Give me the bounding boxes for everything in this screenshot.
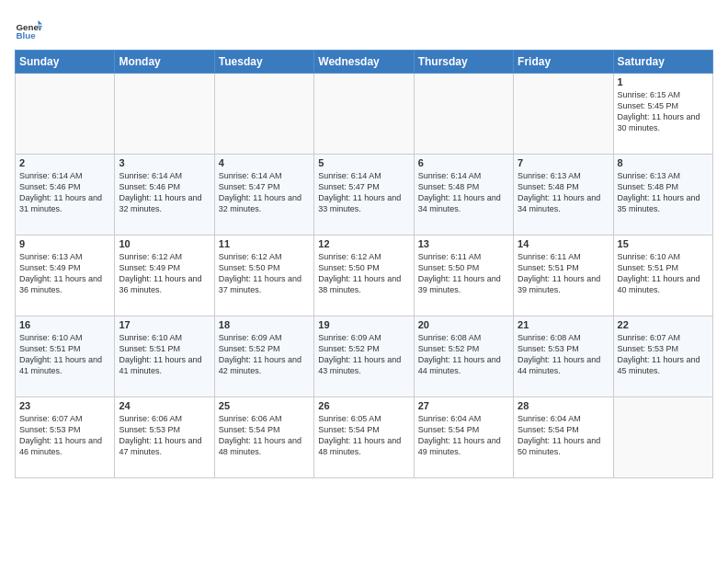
calendar-cell: 19Sunrise: 6:09 AM Sunset: 5:52 PM Dayli… <box>314 316 414 397</box>
day-number: 6 <box>418 157 509 168</box>
day-number: 9 <box>19 238 110 249</box>
day-info: Sunrise: 6:05 AM Sunset: 5:54 PM Dayligh… <box>318 413 409 458</box>
calendar-cell: 16Sunrise: 6:10 AM Sunset: 5:51 PM Dayli… <box>16 316 115 397</box>
day-info: Sunrise: 6:14 AM Sunset: 5:47 PM Dayligh… <box>318 170 409 215</box>
day-number: 11 <box>219 238 310 249</box>
calendar-cell: 1Sunrise: 6:15 AM Sunset: 5:45 PM Daylig… <box>613 74 712 155</box>
calendar-cell: 28Sunrise: 6:04 AM Sunset: 5:54 PM Dayli… <box>514 397 613 478</box>
day-info: Sunrise: 6:04 AM Sunset: 5:54 PM Dayligh… <box>418 413 509 458</box>
header: General Blue <box>15 15 713 42</box>
calendar-cell <box>514 74 613 155</box>
day-number: 2 <box>19 157 110 168</box>
day-number: 5 <box>318 157 409 168</box>
calendar-cell <box>16 74 115 155</box>
week-row-5: 23Sunrise: 6:07 AM Sunset: 5:53 PM Dayli… <box>16 397 713 478</box>
calendar-table: SundayMondayTuesdayWednesdayThursdayFrid… <box>15 50 713 478</box>
day-info: Sunrise: 6:07 AM Sunset: 5:53 PM Dayligh… <box>19 413 110 458</box>
calendar-cell: 7Sunrise: 6:13 AM Sunset: 5:48 PM Daylig… <box>514 155 613 236</box>
day-number: 27 <box>418 400 509 411</box>
calendar-cell <box>115 74 214 155</box>
day-number: 16 <box>19 319 110 330</box>
day-number: 14 <box>518 238 609 249</box>
calendar-cell: 9Sunrise: 6:13 AM Sunset: 5:49 PM Daylig… <box>16 236 115 316</box>
calendar-cell: 24Sunrise: 6:06 AM Sunset: 5:53 PM Dayli… <box>115 397 214 478</box>
day-number: 15 <box>618 238 709 249</box>
day-info: Sunrise: 6:06 AM Sunset: 5:53 PM Dayligh… <box>119 413 210 458</box>
day-number: 13 <box>418 238 509 249</box>
calendar-cell: 17Sunrise: 6:10 AM Sunset: 5:51 PM Dayli… <box>115 316 214 397</box>
calendar-cell <box>414 74 513 155</box>
day-info: Sunrise: 6:11 AM Sunset: 5:51 PM Dayligh… <box>518 251 609 296</box>
calendar-cell: 20Sunrise: 6:08 AM Sunset: 5:52 PM Dayli… <box>414 316 513 397</box>
day-info: Sunrise: 6:14 AM Sunset: 5:46 PM Dayligh… <box>19 170 110 215</box>
day-number: 20 <box>418 319 509 330</box>
day-info: Sunrise: 6:10 AM Sunset: 5:51 PM Dayligh… <box>119 332 210 377</box>
day-info: Sunrise: 6:15 AM Sunset: 5:45 PM Dayligh… <box>618 89 709 134</box>
week-row-3: 9Sunrise: 6:13 AM Sunset: 5:49 PM Daylig… <box>16 236 713 316</box>
day-number: 10 <box>119 238 210 249</box>
day-info: Sunrise: 6:12 AM Sunset: 5:50 PM Dayligh… <box>318 251 409 296</box>
day-number: 24 <box>119 400 210 411</box>
weekday-header-saturday: Saturday <box>613 51 712 74</box>
weekday-header-tuesday: Tuesday <box>214 51 313 74</box>
day-number: 25 <box>219 400 310 411</box>
svg-text:Blue: Blue <box>17 30 37 40</box>
calendar-cell: 23Sunrise: 6:07 AM Sunset: 5:53 PM Dayli… <box>16 397 115 478</box>
day-info: Sunrise: 6:14 AM Sunset: 5:46 PM Dayligh… <box>119 170 210 215</box>
day-number: 21 <box>518 319 609 330</box>
calendar-cell: 5Sunrise: 6:14 AM Sunset: 5:47 PM Daylig… <box>314 155 414 236</box>
weekday-header-monday: Monday <box>115 51 214 74</box>
day-number: 18 <box>219 319 310 330</box>
day-number: 8 <box>618 157 709 168</box>
day-info: Sunrise: 6:13 AM Sunset: 5:48 PM Dayligh… <box>618 170 709 215</box>
calendar-cell: 14Sunrise: 6:11 AM Sunset: 5:51 PM Dayli… <box>514 236 613 316</box>
day-number: 17 <box>119 319 210 330</box>
day-info: Sunrise: 6:06 AM Sunset: 5:54 PM Dayligh… <box>219 413 310 458</box>
day-number: 1 <box>618 76 709 87</box>
calendar-cell <box>314 74 414 155</box>
calendar-cell: 2Sunrise: 6:14 AM Sunset: 5:46 PM Daylig… <box>16 155 115 236</box>
calendar-cell: 27Sunrise: 6:04 AM Sunset: 5:54 PM Dayli… <box>414 397 513 478</box>
calendar-cell: 15Sunrise: 6:10 AM Sunset: 5:51 PM Dayli… <box>613 236 712 316</box>
day-info: Sunrise: 6:11 AM Sunset: 5:50 PM Dayligh… <box>418 251 509 296</box>
calendar-cell: 22Sunrise: 6:07 AM Sunset: 5:53 PM Dayli… <box>613 316 712 397</box>
calendar-cell: 3Sunrise: 6:14 AM Sunset: 5:46 PM Daylig… <box>115 155 214 236</box>
calendar-cell: 6Sunrise: 6:14 AM Sunset: 5:48 PM Daylig… <box>414 155 513 236</box>
calendar-cell: 21Sunrise: 6:08 AM Sunset: 5:53 PM Dayli… <box>514 316 613 397</box>
day-number: 23 <box>19 400 110 411</box>
day-number: 22 <box>618 319 709 330</box>
logo-icon: General Blue <box>15 15 42 42</box>
day-number: 26 <box>318 400 409 411</box>
calendar-cell: 8Sunrise: 6:13 AM Sunset: 5:48 PM Daylig… <box>613 155 712 236</box>
day-number: 12 <box>318 238 409 249</box>
week-row-1: 1Sunrise: 6:15 AM Sunset: 5:45 PM Daylig… <box>16 74 713 155</box>
calendar-cell: 10Sunrise: 6:12 AM Sunset: 5:49 PM Dayli… <box>115 236 214 316</box>
weekday-header-sunday: Sunday <box>16 51 115 74</box>
day-info: Sunrise: 6:08 AM Sunset: 5:52 PM Dayligh… <box>418 332 509 377</box>
day-info: Sunrise: 6:08 AM Sunset: 5:53 PM Dayligh… <box>518 332 609 377</box>
day-info: Sunrise: 6:14 AM Sunset: 5:47 PM Dayligh… <box>219 170 310 215</box>
calendar-cell: 13Sunrise: 6:11 AM Sunset: 5:50 PM Dayli… <box>414 236 513 316</box>
day-number: 19 <box>318 319 409 330</box>
day-info: Sunrise: 6:12 AM Sunset: 5:49 PM Dayligh… <box>119 251 210 296</box>
day-info: Sunrise: 6:14 AM Sunset: 5:48 PM Dayligh… <box>418 170 509 215</box>
day-info: Sunrise: 6:09 AM Sunset: 5:52 PM Dayligh… <box>219 332 310 377</box>
day-number: 7 <box>518 157 609 168</box>
calendar-cell <box>613 397 712 478</box>
day-info: Sunrise: 6:12 AM Sunset: 5:50 PM Dayligh… <box>219 251 310 296</box>
calendar-cell: 25Sunrise: 6:06 AM Sunset: 5:54 PM Dayli… <box>214 397 313 478</box>
calendar-cell <box>214 74 313 155</box>
day-info: Sunrise: 6:04 AM Sunset: 5:54 PM Dayligh… <box>518 413 609 458</box>
weekday-header-thursday: Thursday <box>414 51 513 74</box>
day-number: 3 <box>119 157 210 168</box>
day-info: Sunrise: 6:09 AM Sunset: 5:52 PM Dayligh… <box>318 332 409 377</box>
calendar-cell: 12Sunrise: 6:12 AM Sunset: 5:50 PM Dayli… <box>314 236 414 316</box>
week-row-4: 16Sunrise: 6:10 AM Sunset: 5:51 PM Dayli… <box>16 316 713 397</box>
calendar-cell: 18Sunrise: 6:09 AM Sunset: 5:52 PM Dayli… <box>214 316 313 397</box>
week-row-2: 2Sunrise: 6:14 AM Sunset: 5:46 PM Daylig… <box>16 155 713 236</box>
calendar-cell: 11Sunrise: 6:12 AM Sunset: 5:50 PM Dayli… <box>214 236 313 316</box>
day-info: Sunrise: 6:10 AM Sunset: 5:51 PM Dayligh… <box>19 332 110 377</box>
day-info: Sunrise: 6:13 AM Sunset: 5:48 PM Dayligh… <box>518 170 609 215</box>
day-number: 28 <box>518 400 609 411</box>
weekday-header-wednesday: Wednesday <box>314 51 414 74</box>
